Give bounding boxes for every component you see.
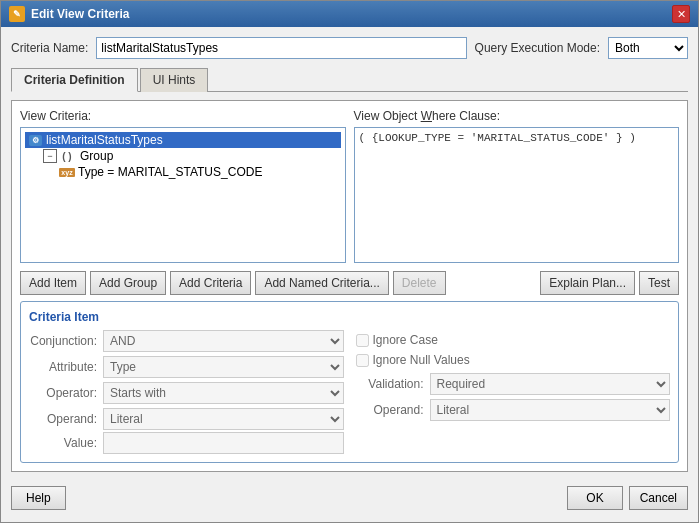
criteria-item-title: Criteria Item xyxy=(29,310,670,324)
ignore-null-label: Ignore Null Values xyxy=(373,353,470,367)
value-label: Value: xyxy=(29,436,97,450)
tree-item-root[interactable]: ⚙ listMaritalStatusTypes xyxy=(25,132,341,148)
close-button[interactable]: ✕ xyxy=(672,5,690,23)
conjunction-label: Conjunction: xyxy=(29,334,97,348)
right-form-col: Ignore Case Ignore Null Values Validatio… xyxy=(356,330,671,454)
group-icon: ( ) xyxy=(59,149,75,163)
validation-row: Validation: Required Optional xyxy=(356,373,671,395)
tree-item-group[interactable]: − ( ) Group xyxy=(41,148,341,164)
bottom-bar: Help OK Cancel xyxy=(11,480,688,512)
operand-left-label: Operand: xyxy=(29,412,97,426)
sql-view: ( {LOOKUP_TYPE = 'MARITAL_STATUS_CODE' }… xyxy=(354,127,680,263)
test-button[interactable]: Test xyxy=(639,271,679,295)
tree-view[interactable]: ⚙ listMaritalStatusTypes − ( ) Group xyxy=(20,127,346,263)
delete-button[interactable]: Delete xyxy=(393,271,446,295)
criteria-name-input[interactable] xyxy=(96,37,466,59)
add-criteria-button[interactable]: Add Criteria xyxy=(170,271,251,295)
tree-item-type-label: Type = MARITAL_STATUS_CODE xyxy=(78,165,262,179)
help-button[interactable]: Help xyxy=(11,486,66,510)
tab-criteria-definition[interactable]: Criteria Definition xyxy=(11,68,138,92)
conjunction-select[interactable]: AND OR xyxy=(103,330,344,352)
left-panel: View Criteria: ⚙ listMaritalStatusTypes … xyxy=(20,109,346,263)
right-panel: View Object Where Clause: ( {LOOKUP_TYPE… xyxy=(354,109,680,263)
value-input[interactable] xyxy=(103,432,344,454)
ignore-case-checkbox[interactable] xyxy=(356,334,369,347)
operator-label: Operator: xyxy=(29,386,97,400)
split-panel: View Criteria: ⚙ listMaritalStatusTypes … xyxy=(20,109,679,263)
main-window: ✎ Edit View Criteria ✕ Criteria Name: Qu… xyxy=(0,0,699,523)
operator-select[interactable]: Starts with Equals Contains xyxy=(103,382,344,404)
operand-right-row: Operand: Literal Parameter View Object xyxy=(356,399,671,421)
criteria-form-grid: Conjunction: AND OR Attribute: Type xyxy=(29,330,670,454)
criteria-name-label: Criteria Name: xyxy=(11,41,88,55)
tab-ui-hints[interactable]: UI Hints xyxy=(140,68,209,92)
window-title: Edit View Criteria xyxy=(31,7,129,21)
add-item-button[interactable]: Add Item xyxy=(20,271,86,295)
ignore-null-checkbox[interactable] xyxy=(356,354,369,367)
tab-bar: Criteria Definition UI Hints xyxy=(11,67,688,92)
main-panel: View Criteria: ⚙ listMaritalStatusTypes … xyxy=(11,100,688,472)
tree-item-type[interactable]: xyz Type = MARITAL_STATUS_CODE xyxy=(57,164,341,180)
query-mode-select[interactable]: Both Database In-Memory xyxy=(608,37,688,59)
value-row: Value: xyxy=(29,432,344,454)
expand-icon: − xyxy=(43,149,57,163)
top-row: Criteria Name: Query Execution Mode: Bot… xyxy=(11,37,688,59)
ignore-case-row: Ignore Case xyxy=(356,333,671,347)
attribute-row: Attribute: Type xyxy=(29,356,344,378)
where-clause-label: View Object Where Clause: xyxy=(354,109,680,123)
attribute-label: Attribute: xyxy=(29,360,97,374)
operator-row: Operator: Starts with Equals Contains xyxy=(29,382,344,404)
operand-right-label: Operand: xyxy=(356,403,424,417)
query-mode-label: Query Execution Mode: xyxy=(475,41,600,55)
criteria-item-section: Criteria Item Conjunction: AND OR Attrib xyxy=(20,301,679,463)
button-row: Add Item Add Group Add Criteria Add Name… xyxy=(20,271,679,295)
tree-item-root-label: listMaritalStatusTypes xyxy=(46,133,163,147)
ignore-null-row: Ignore Null Values xyxy=(356,353,671,367)
left-form-col: Conjunction: AND OR Attribute: Type xyxy=(29,330,344,454)
cancel-button[interactable]: Cancel xyxy=(629,486,688,510)
window-content: Criteria Name: Query Execution Mode: Bot… xyxy=(1,27,698,522)
tree-item-group-label: Group xyxy=(80,149,113,163)
bottom-left: Help xyxy=(11,486,66,510)
title-bar: ✎ Edit View Criteria ✕ xyxy=(1,1,698,27)
bottom-right: OK Cancel xyxy=(567,486,688,510)
validation-label: Validation: xyxy=(356,377,424,391)
attribute-select[interactable]: Type xyxy=(103,356,344,378)
add-named-criteria-button[interactable]: Add Named Criteria... xyxy=(255,271,388,295)
explain-plan-button[interactable]: Explain Plan... xyxy=(540,271,635,295)
operand-left-row: Operand: Literal Parameter xyxy=(29,408,344,430)
attr-icon: xyz xyxy=(59,165,75,179)
ignore-case-label: Ignore Case xyxy=(373,333,438,347)
criteria-icon: ⚙ xyxy=(27,133,43,147)
window-icon: ✎ xyxy=(9,6,25,22)
add-group-button[interactable]: Add Group xyxy=(90,271,166,295)
operand-right-select[interactable]: Literal Parameter View Object xyxy=(430,399,671,421)
title-bar-left: ✎ Edit View Criteria xyxy=(9,6,129,22)
ok-button[interactable]: OK xyxy=(567,486,622,510)
validation-select[interactable]: Required Optional xyxy=(430,373,671,395)
operand-left-select[interactable]: Literal Parameter xyxy=(103,408,344,430)
sql-content: ( {LOOKUP_TYPE = 'MARITAL_STATUS_CODE' }… xyxy=(359,132,636,144)
view-criteria-label: View Criteria: xyxy=(20,109,346,123)
conjunction-row: Conjunction: AND OR xyxy=(29,330,344,352)
